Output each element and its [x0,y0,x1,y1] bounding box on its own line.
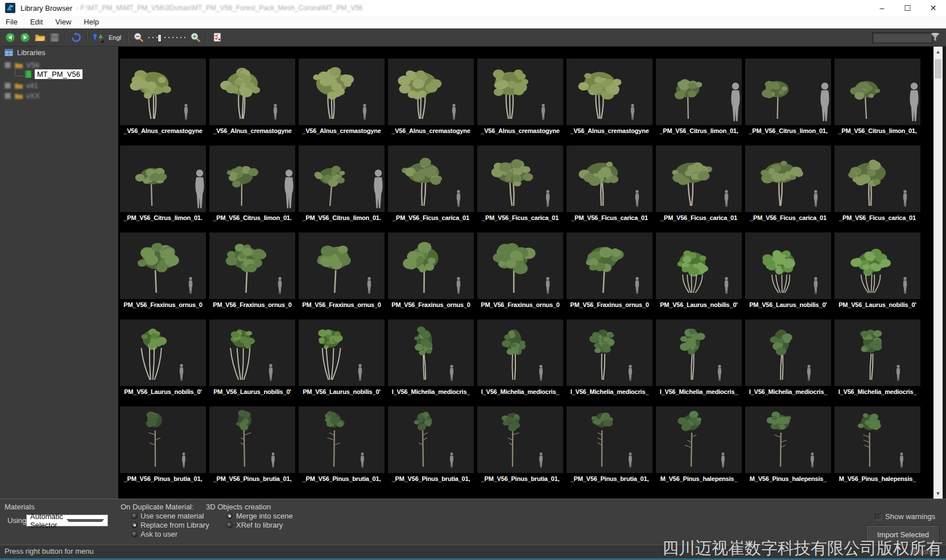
zoom-slider-thumb[interactable] [158,34,162,42]
library-item[interactable]: _PM_V56_Pinus_brutia_01, [567,406,652,484]
library-item[interactable]: _V56_Alnus_cremastogyne [120,59,206,136]
library-item[interactable]: I_V56_Michelia_mediocris_ [835,320,920,397]
checklist-icon[interactable] [210,31,224,44]
library-item[interactable]: PM_V56_Laurus_nobilis_0' [299,320,385,397]
library-item[interactable]: PM_V56_Fraxinus_ornus_0 [477,233,563,310]
library-item[interactable]: PM_V56_Laurus_nobilis_0' [120,320,206,397]
sidebar-item-folder-vxx[interactable]: vXX [5,91,40,101]
item-thumbnail [835,406,920,473]
search-input[interactable] [872,32,932,43]
library-item[interactable]: _V56_Alnus_cremastogyne [209,59,295,136]
library-item[interactable]: _PM_V56_Citrus_limon_01, [835,59,920,136]
import-selected-button[interactable]: Import Selected [866,525,940,544]
library-item[interactable]: I_V56_Michelia_mediocris_ [745,320,831,397]
library-item[interactable]: _PM_V56_Ficus_carica_01 [745,146,831,223]
library-item[interactable]: PM_V56_Laurus_nobilis_0' [656,233,742,310]
language-selector[interactable]: Engl [106,33,123,42]
vertical-scrollbar[interactable]: ▲ ▼ [933,47,943,499]
item-label: I_V56_Michelia_mediocris_ [567,386,652,397]
library-item[interactable]: _PM_V56_Pinus_brutia_01, [120,406,206,484]
radio-label[interactable]: Merge into scene [236,512,293,520]
refresh-icon[interactable] [69,31,83,44]
libraries-grid-icon [5,49,13,56]
expander-icon[interactable] [5,62,11,68]
library-item[interactable]: PM_V56_Laurus_nobilis_0' [209,320,295,397]
library-item[interactable]: PM_V56_Fraxinus_ornus_0 [299,233,385,310]
library-item[interactable]: _PM_V56_Pinus_brutia_01, [299,406,385,484]
radio-xref-to-library[interactable] [226,522,233,528]
library-item[interactable]: I_V56_Michelia_mediocris_ [656,320,742,397]
material-selector-dropdown[interactable]: Automatic Selector [26,515,108,526]
menu-file[interactable]: File [0,16,24,28]
library-item[interactable]: _PM_V56_Ficus_carica_01 [656,146,742,223]
back-icon[interactable] [3,31,17,44]
close-button[interactable]: ✕ [920,0,946,16]
import-up-tree-icon[interactable] [91,31,105,44]
library-item[interactable]: _PM_V56_Pinus_brutia_01, [477,406,563,484]
item-thumbnail [656,59,742,125]
library-item[interactable]: _PM_V56_Ficus_carica_01 [567,146,652,223]
item-thumbnail [120,146,206,212]
filter-funnel-icon[interactable] [930,32,941,45]
library-item[interactable]: PM_V56_Laurus_nobilis_0' [835,233,920,310]
menu-help[interactable]: Help [77,16,105,28]
sidebar-item-label[interactable]: V56 [26,61,39,69]
radio-label[interactable]: Use scene material [141,512,204,520]
library-item[interactable]: _V56_Alnus_cremastogyne [567,59,652,136]
maximize-button[interactable]: ☐ [895,0,920,16]
open-folder-icon[interactable] [33,31,47,44]
expander-icon[interactable] [5,93,11,99]
library-item[interactable]: _PM_V56_Pinus_brutia_01, [388,406,474,484]
expander-icon[interactable] [5,82,11,89]
library-item[interactable]: I_V56_Michelia_mediocris_ [477,320,563,397]
show-warnings-label[interactable]: Show warnings [885,512,935,521]
library-item[interactable]: PM_V56_Fraxinus_ornus_0 [388,233,474,310]
library-item[interactable]: PM_V56_Fraxinus_ornus_0 [567,233,652,310]
sidebar-item-label[interactable]: v41 [26,81,38,90]
radio-label[interactable]: XRef to library [236,521,283,529]
library-item[interactable]: _V56_Alnus_cremastogyne [477,59,563,136]
minimize-button[interactable]: – [869,0,895,16]
library-item[interactable]: M_V56_Pinus_halepensis_ [745,406,831,484]
sidebar-item-label[interactable]: MT_PM_V56 [35,69,82,79]
scrollbar-thumb[interactable] [935,59,941,78]
library-item[interactable]: I_V56_Michelia_mediocris_ [388,320,474,397]
radio-use-scene-material[interactable] [131,513,138,519]
radio-label[interactable]: Replace from Library [141,521,209,529]
show-warnings-checkbox[interactable] [875,513,882,520]
library-item[interactable]: _V56_Alnus_cremastogyne [388,59,474,136]
sidebar-item-label[interactable]: vXX [26,92,40,100]
library-item[interactable]: _PM_V56_Citrus_limon_01. [120,146,206,223]
library-item[interactable]: _V56_Alnus_cremastogyne [299,59,385,136]
library-item[interactable]: _PM_V56_Ficus_carica_01 [388,146,474,223]
library-item[interactable]: I_V56_Michelia_mediocris_ [567,320,652,397]
library-item[interactable]: _PM_V56_Citrus_limon_01. [299,146,385,223]
library-item[interactable]: PM_V56_Fraxinus_ornus_0 [209,233,295,310]
radio-merge-into-scene[interactable] [226,513,233,519]
menu-edit[interactable]: Edit [24,16,49,28]
library-item[interactable]: _PM_V56_Ficus_carica_01 [835,146,920,223]
radio-label[interactable]: Ask to user [141,530,177,538]
library-item[interactable]: _PM_V56_Citrus_limon_01, [745,59,831,136]
menu-view[interactable]: View [49,16,77,28]
radio-replace-from-library[interactable] [131,522,138,528]
library-item[interactable]: M_V56_Pinus_halepensis_ [835,406,920,484]
library-item[interactable]: _PM_V56_Ficus_carica_01 [477,146,563,223]
library-item[interactable]: PM_V56_Fraxinus_ornus_0 [120,233,206,310]
zoom-in-icon[interactable] [189,31,203,44]
library-item[interactable]: PM_V56_Laurus_nobilis_0' [745,233,831,310]
forward-icon[interactable] [18,31,32,44]
item-label: _V56_Alnus_cremastogyne [567,125,652,136]
scroll-down-icon[interactable]: ▼ [933,488,943,499]
library-item[interactable]: _PM_V56_Pinus_brutia_01, [209,406,295,484]
zoom-slider[interactable] [148,33,186,42]
sidebar-item-folder-v41[interactable]: v41 [5,81,38,90]
library-item[interactable]: M_V56_Pinus_halepensis_ [656,406,742,484]
library-item[interactable]: _PM_V56_Citrus_limon_01, [656,59,742,136]
library-item[interactable]: _PM_V56_Citrus_limon_01. [209,146,295,223]
item-thumbnail [745,233,831,299]
scroll-up-icon[interactable]: ▲ [933,47,943,57]
sidebar-item-library-mt-pm-v56[interactable]: MT_PM_V56 [8,69,82,79]
zoom-out-icon[interactable] [132,31,146,44]
radio-ask-to-user[interactable] [131,531,138,537]
